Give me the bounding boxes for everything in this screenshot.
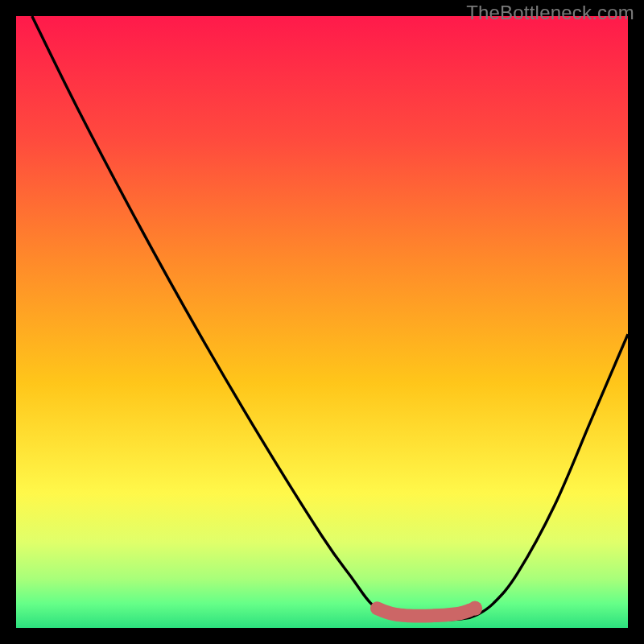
optimal-band-end-dot bbox=[468, 601, 482, 616]
optimal-band bbox=[377, 609, 470, 617]
bottleneck-chart bbox=[16, 16, 628, 628]
watermark-text: TheBottleneck.com bbox=[466, 2, 634, 24]
